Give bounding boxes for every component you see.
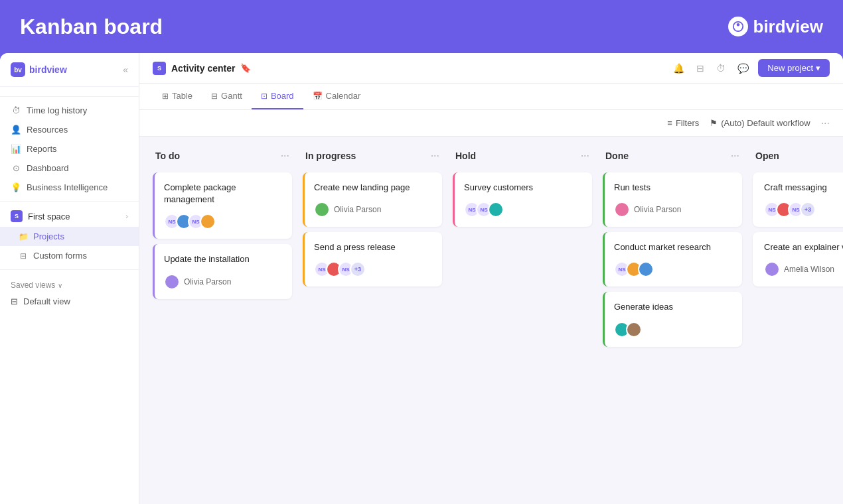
avatar-named: Amelia Wilson bbox=[764, 261, 843, 277]
sidebar-collapse-button[interactable]: « bbox=[123, 64, 128, 75]
bell-icon[interactable]: 🔔 bbox=[670, 60, 687, 76]
avatar bbox=[626, 322, 642, 338]
card-title: Survey customers bbox=[464, 182, 583, 194]
column-hold: Hold ··· Survey customers NS NS bbox=[453, 150, 592, 491]
gantt-icon: ⊟ bbox=[211, 92, 218, 101]
avatar-group: NS NS bbox=[164, 214, 283, 229]
toolbar-more-icon[interactable]: ··· bbox=[821, 117, 830, 129]
card-landing-page[interactable]: Create new landing page Olivia Parson bbox=[303, 172, 442, 227]
sidebar-item-custom-forms[interactable]: ⊟ Custom forms bbox=[0, 246, 139, 265]
card-generate-ideas[interactable]: Generate ideas bbox=[603, 292, 742, 346]
card-press-release[interactable]: Send a press release NS NS +3 bbox=[303, 232, 442, 286]
tab-gantt[interactable]: ⊟ Gantt bbox=[202, 84, 252, 109]
topbar-title: Activity center bbox=[171, 63, 235, 74]
column-open: Open ··· Craft messaging NS NS +3 Create… bbox=[753, 150, 843, 491]
workflow-button[interactable]: ⚑ (Auto) Default workflow bbox=[710, 118, 810, 128]
sidebar-item-bi[interactable]: 💡 Business Intelligence bbox=[0, 178, 139, 197]
sidebar-workspace[interactable]: S First space › bbox=[0, 206, 139, 227]
calendar-icon: 📅 bbox=[313, 92, 323, 101]
banner-title: Kanban board bbox=[20, 15, 163, 39]
project-icon: S bbox=[153, 62, 166, 75]
workflow-icon: ⚑ bbox=[710, 118, 718, 128]
avatar bbox=[614, 202, 630, 218]
tabs-bar: ⊞ Table ⊟ Gantt ⊡ Board 📅 Calendar bbox=[139, 84, 843, 110]
projects-icon: 📁 bbox=[19, 232, 28, 241]
saved-views-chevron-icon: ∨ bbox=[58, 282, 62, 289]
sidebar-nav: ⏱ Time log history 👤 Resources 📊 Reports… bbox=[0, 87, 139, 504]
reports-icon: 📊 bbox=[11, 144, 21, 154]
sidebar: bv birdview « ⏱ Time log history 👤 Resou… bbox=[0, 53, 139, 504]
filters-button[interactable]: ≡ Filters bbox=[667, 118, 699, 128]
main-content: S Activity center 🔖 🔔 ⊟ ⏱ 💬 New project … bbox=[139, 53, 843, 504]
column-todo-more-icon[interactable]: ··· bbox=[281, 150, 289, 162]
card-title: Send a press release bbox=[314, 241, 433, 253]
card-complete-package[interactable]: Complete package management NS NS bbox=[153, 172, 292, 239]
column-inprogress: In progress ··· Create new landing page … bbox=[303, 150, 442, 491]
avatar-group: NS NS +3 bbox=[764, 202, 843, 218]
card-title: Run tests bbox=[614, 182, 733, 194]
timelog-icon: ⏱ bbox=[11, 105, 21, 115]
card-update-installation[interactable]: Update the installation Olivia Parson bbox=[153, 244, 292, 298]
person-name: Amelia Wilson bbox=[784, 265, 834, 274]
column-done-header: Done ··· bbox=[603, 150, 742, 167]
avatar bbox=[200, 214, 216, 229]
sidebar-item-timelog[interactable]: ⏱ Time log history bbox=[0, 101, 139, 120]
sidebar-header: bv birdview « bbox=[0, 53, 139, 87]
sidebar-logo-icon: bv bbox=[11, 62, 25, 77]
card-title: Create an explainer video bbox=[764, 241, 843, 253]
card-run-tests[interactable]: Run tests Olivia Parson bbox=[603, 172, 742, 227]
card-title: Craft messaging bbox=[764, 182, 843, 194]
card-survey-customers[interactable]: Survey customers NS NS bbox=[453, 172, 592, 227]
sliders-icon[interactable]: ⊟ bbox=[694, 60, 707, 76]
sidebar-item-projects[interactable]: 📁 Projects bbox=[0, 227, 139, 246]
bookmark-icon[interactable]: 🔖 bbox=[240, 63, 251, 73]
card-title: Create new landing page bbox=[314, 182, 433, 194]
filter-icon: ≡ bbox=[667, 118, 672, 128]
card-explainer-video[interactable]: Create an explainer video Amelia Wilson bbox=[753, 232, 843, 286]
sidebar-logo: bv birdview bbox=[11, 62, 67, 77]
topbar-left: S Activity center 🔖 bbox=[153, 62, 251, 75]
column-inprogress-more-icon[interactable]: ··· bbox=[431, 150, 439, 162]
avatar bbox=[314, 202, 330, 218]
column-todo: To do ··· Complete package management NS… bbox=[153, 150, 292, 491]
card-craft-messaging[interactable]: Craft messaging NS NS +3 bbox=[753, 172, 843, 227]
avatar-named: Olivia Parson bbox=[614, 202, 733, 218]
tab-table[interactable]: ⊞ Table bbox=[153, 84, 202, 109]
avatar-plus: +3 bbox=[800, 202, 816, 218]
column-open-header: Open ··· bbox=[753, 150, 843, 167]
sidebar-item-resources[interactable]: 👤 Resources bbox=[0, 120, 139, 139]
person-name: Olivia Parson bbox=[634, 205, 681, 214]
workspace-icon: S bbox=[11, 210, 23, 222]
sidebar-item-reports[interactable]: 📊 Reports bbox=[0, 139, 139, 158]
column-hold-more-icon[interactable]: ··· bbox=[581, 150, 589, 162]
column-done-more-icon[interactable]: ··· bbox=[731, 150, 739, 162]
sidebar-item-default-view[interactable]: ⊟ Default view bbox=[0, 292, 139, 310]
tab-calendar[interactable]: 📅 Calendar bbox=[303, 84, 370, 109]
clock-icon[interactable]: ⏱ bbox=[714, 60, 728, 76]
new-project-button[interactable]: New project ▾ bbox=[758, 59, 830, 77]
logo-icon bbox=[728, 17, 748, 36]
chat-icon[interactable]: 💬 bbox=[735, 60, 751, 76]
avatar bbox=[764, 261, 780, 277]
saved-views-header[interactable]: Saved views ∨ bbox=[0, 274, 139, 292]
column-inprogress-header: In progress ··· bbox=[303, 150, 442, 167]
table-icon: ⊞ bbox=[162, 92, 169, 101]
dashboard-icon: ⊙ bbox=[11, 163, 21, 173]
dropdown-chevron-icon: ▾ bbox=[816, 63, 820, 73]
avatar-group: NS NS bbox=[464, 202, 583, 218]
column-done: Done ··· Run tests Olivia Parson Conduct… bbox=[603, 150, 742, 491]
avatar bbox=[488, 202, 504, 218]
custom-forms-icon: ⊟ bbox=[19, 251, 28, 261]
sidebar-item-dashboard[interactable]: ⊙ Dashboard bbox=[0, 158, 139, 178]
divider-3 bbox=[0, 269, 139, 270]
card-title: Update the installation bbox=[164, 253, 283, 265]
person-name: Olivia Parson bbox=[334, 205, 381, 214]
avatar-group: NS NS +3 bbox=[314, 261, 433, 277]
card-title: Complete package management bbox=[164, 182, 283, 206]
app-shell: bv birdview « ⏱ Time log history 👤 Resou… bbox=[0, 53, 843, 504]
tab-board[interactable]: ⊡ Board bbox=[252, 84, 303, 109]
card-market-research[interactable]: Conduct market research NS bbox=[603, 232, 742, 286]
default-view-icon: ⊟ bbox=[11, 296, 18, 306]
avatar-plus: +3 bbox=[350, 261, 366, 277]
column-hold-header: Hold ··· bbox=[453, 150, 592, 167]
